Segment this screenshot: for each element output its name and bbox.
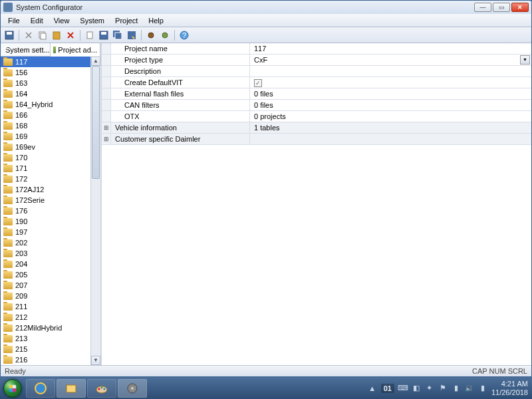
folder-icon (3, 59, 13, 66)
scroll-up-icon[interactable]: ▲ (91, 57, 100, 66)
maximize-button[interactable]: ▭ (493, 3, 510, 12)
tree-node[interactable]: 205 (1, 269, 90, 280)
gear2-icon[interactable] (159, 29, 171, 41)
taskbar-paint[interactable] (87, 379, 116, 398)
property-value[interactable]: CxF▼ (250, 55, 531, 65)
tab-system-settings[interactable]: System sett... (1, 43, 51, 56)
tray-volume-icon[interactable]: 🔉 (465, 384, 474, 393)
property-group-row[interactable]: ⊞Vehicle information1 tables (102, 122, 531, 134)
tree-node[interactable]: 172Serie (1, 195, 90, 205)
cut-icon[interactable] (23, 29, 35, 41)
property-group-row[interactable]: ⊞Customer specific Daimler (102, 134, 531, 145)
taskbar-ie[interactable] (26, 379, 55, 398)
property-row[interactable]: CAN filters0 files (102, 100, 531, 111)
property-grid[interactable]: Project name117Project typeCxF▼Descripti… (102, 43, 531, 365)
tree-node[interactable]: 190 (1, 216, 90, 227)
tree-node[interactable]: 213 (1, 333, 90, 344)
tray-app2-icon[interactable]: ✦ (425, 384, 434, 393)
tab-project-admin[interactable]: Project ad... (51, 43, 100, 57)
tree-node[interactable]: 212 (1, 312, 90, 323)
taskbar[interactable]: ▲ 01 ⌨ ◧ ✦ ⚑ ▮ 🔉 ▮ 4:21 AM 11/26/2018 (0, 377, 532, 399)
property-row[interactable]: Create DefaultVIT✓ (102, 77, 531, 88)
new-icon[interactable] (84, 29, 96, 41)
tree-node[interactable]: 163 (1, 78, 90, 88)
tree-node[interactable]: 211 (1, 301, 90, 312)
property-value[interactable]: 117 (250, 43, 531, 54)
expand-icon[interactable]: ⊞ (102, 134, 111, 144)
property-row[interactable]: OTX0 projects (102, 111, 531, 122)
tray-up-icon[interactable]: ▲ (368, 384, 377, 393)
tree-node[interactable]: 215 (1, 344, 90, 354)
help-icon[interactable]: ? (178, 29, 190, 41)
tree-node[interactable]: 207 (1, 280, 90, 291)
svg-rect-5 (87, 32, 92, 39)
scroll-thumb[interactable] (92, 66, 100, 179)
dropdown-icon[interactable]: ▼ (520, 55, 530, 65)
tree-node[interactable]: 171 (1, 163, 90, 174)
menu-system[interactable]: System (75, 15, 109, 26)
expand-icon[interactable]: ⊞ (102, 122, 111, 133)
saveas-icon[interactable] (126, 29, 138, 41)
tree-node[interactable]: 172AJ12 (1, 184, 90, 195)
tree-node[interactable]: 172 (1, 174, 90, 184)
folder-icon (3, 207, 13, 215)
property-row[interactable]: External flash files0 files (102, 88, 531, 100)
property-row[interactable]: Project typeCxF▼ (102, 55, 531, 66)
property-row[interactable]: Project name117 (102, 43, 531, 55)
tree-node[interactable]: 202 (1, 237, 90, 248)
tree-node[interactable]: 168 (1, 120, 90, 131)
copy-icon[interactable] (37, 29, 49, 41)
close-button[interactable]: ✕ (511, 3, 529, 12)
tree-node[interactable]: 166 (1, 110, 90, 120)
tree-node[interactable]: 164_Hybrid (1, 99, 90, 110)
paste-icon[interactable] (51, 29, 63, 41)
tree-scrollbar[interactable]: ▲ ▼ (90, 57, 100, 365)
tree-node[interactable]: 209 (1, 291, 90, 301)
tray-action-icon[interactable]: ⚑ (438, 384, 448, 393)
tree-node[interactable]: 156 (1, 67, 90, 78)
tree-node[interactable]: 197 (1, 227, 90, 237)
property-row[interactable]: Description (102, 66, 531, 77)
scroll-down-icon[interactable]: ▼ (91, 356, 100, 365)
property-value[interactable]: 0 files (250, 88, 531, 99)
tree-node[interactable]: 216 (1, 354, 90, 365)
tray-battery-icon[interactable]: ▮ (452, 384, 461, 393)
tray-keyboard-icon[interactable]: ⌨ (398, 384, 408, 393)
titlebar[interactable]: System Configurator — ▭ ✕ (1, 1, 531, 14)
svg-point-20 (104, 388, 106, 390)
menu-help[interactable]: Help (144, 15, 168, 26)
tree-node[interactable]: 176 (1, 205, 90, 216)
tree-node[interactable]: 170 (1, 152, 90, 163)
menu-edit[interactable]: Edit (26, 15, 48, 26)
save-icon[interactable] (3, 29, 15, 41)
property-value[interactable]: 0 files (250, 100, 531, 110)
saveall-icon[interactable] (112, 29, 124, 41)
save2-icon[interactable] (98, 29, 110, 41)
taskbar-configurator[interactable] (118, 379, 147, 398)
tree-node[interactable]: 164 (1, 88, 90, 99)
tree-node[interactable]: 203 (1, 248, 90, 259)
taskbar-explorer[interactable] (57, 379, 86, 398)
tray-lang[interactable]: 01 (381, 384, 394, 393)
tray-network-icon[interactable]: ▮ (478, 384, 487, 393)
project-tree[interactable]: 117156163164164_Hybrid166168169169ev1701… (1, 57, 100, 365)
property-value[interactable]: ✓ (250, 77, 531, 88)
start-button[interactable] (0, 377, 25, 399)
tree-node[interactable]: 169ev (1, 142, 90, 152)
tree-node[interactable]: 212MildHybrid (1, 323, 90, 333)
menu-file[interactable]: File (3, 15, 25, 26)
menu-view[interactable]: View (49, 15, 74, 26)
taskbar-clock[interactable]: 4:21 AM 11/26/2018 (491, 380, 528, 396)
svg-rect-1 (7, 32, 12, 35)
menu-project[interactable]: Project (110, 15, 142, 26)
tree-node[interactable]: 169 (1, 131, 90, 142)
property-value[interactable] (250, 66, 531, 76)
delete-icon[interactable] (65, 29, 76, 41)
minimize-button[interactable]: — (474, 3, 491, 12)
tree-node[interactable]: 117 (1, 57, 90, 67)
tree-node[interactable]: 204 (1, 259, 90, 269)
checkbox[interactable]: ✓ (254, 79, 262, 87)
gear1-icon[interactable] (145, 29, 157, 41)
property-value[interactable]: 0 projects (250, 111, 531, 122)
tray-app1-icon[interactable]: ◧ (412, 384, 421, 393)
